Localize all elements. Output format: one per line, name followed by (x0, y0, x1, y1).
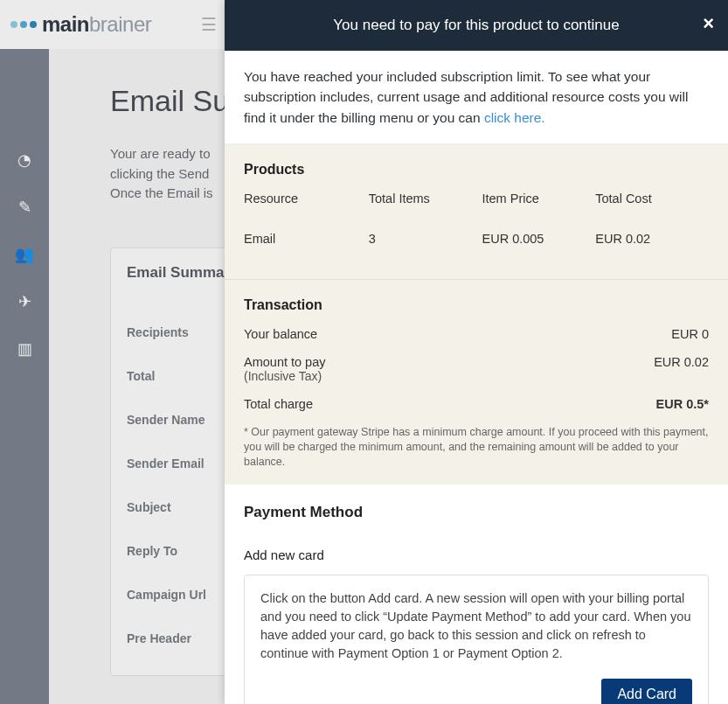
modal-title: You need to pay for this product to cont… (333, 17, 619, 34)
transaction-heading: Transaction (244, 280, 709, 313)
balance-value: EUR 0 (671, 327, 709, 341)
amount-value: EUR 0.02 (654, 355, 709, 383)
close-icon[interactable]: × (703, 12, 714, 35)
add-card-instructions: Click on the button Add card. A new sess… (260, 589, 692, 663)
amount-label: Amount to pay (244, 355, 326, 369)
amount-sub: (Inclusive Tax) (244, 369, 322, 383)
row-total: Total charge EUR 0.5* (244, 397, 709, 411)
total-value: EUR 0.5* (656, 397, 709, 411)
col-cost: Total Cost (595, 192, 709, 206)
payment-method-heading: Payment Method (244, 504, 709, 521)
stripe-footnote: * Our payment gateway Stripe has a minim… (244, 425, 709, 470)
click-here-link[interactable]: click here. (484, 110, 545, 125)
cell-price: EUR 0.005 (482, 232, 595, 246)
modal-header: You need to pay for this product to cont… (225, 0, 728, 51)
balance-label: Your balance (244, 327, 317, 341)
products-table: Resource Total Items Item Price Total Co… (244, 192, 709, 246)
row-amount: Amount to pay (Inclusive Tax) EUR 0.02 (244, 355, 709, 383)
col-resource: Resource (244, 192, 369, 206)
modal-intro: You have reached your included subscript… (225, 51, 728, 143)
cell-resource: Email (244, 232, 369, 246)
add-card-box: Click on the button Add card. A new sess… (244, 575, 709, 704)
total-label: Total charge (244, 397, 313, 411)
add-new-card-label: Add new card (244, 547, 709, 562)
cell-items: 3 (369, 232, 482, 246)
cell-cost: EUR 0.02 (595, 232, 709, 246)
add-card-button[interactable]: Add Card (601, 679, 692, 704)
col-price: Item Price (482, 192, 595, 206)
products-heading: Products (244, 144, 709, 178)
row-balance: Your balance EUR 0 (244, 327, 709, 341)
payment-modal: You need to pay for this product to cont… (225, 0, 728, 704)
col-items: Total Items (369, 192, 482, 206)
